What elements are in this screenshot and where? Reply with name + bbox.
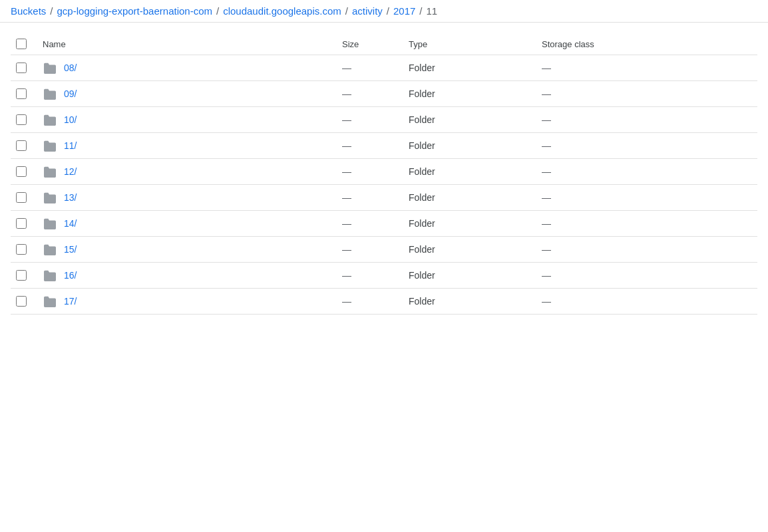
table-row: 09/ —Folder— bbox=[11, 81, 757, 107]
breadcrumb-link-2017[interactable]: 2017 bbox=[393, 5, 415, 17]
size-value: — bbox=[342, 140, 351, 151]
breadcrumb-link-buckets[interactable]: Buckets bbox=[11, 5, 46, 17]
row-checkbox-6[interactable] bbox=[16, 218, 27, 229]
folder-icon bbox=[43, 269, 57, 281]
storage-class-value: — bbox=[542, 270, 551, 281]
breadcrumb-separator: / bbox=[216, 5, 219, 17]
row-type-cell: Folder bbox=[403, 133, 536, 159]
row-type-cell: Folder bbox=[403, 107, 536, 133]
row-storage-class-cell: — bbox=[536, 263, 757, 289]
folder-link-5[interactable]: 13/ bbox=[64, 192, 77, 203]
row-size-cell: — bbox=[337, 133, 403, 159]
row-checkbox-cell bbox=[11, 185, 37, 211]
row-checkbox-8[interactable] bbox=[16, 270, 27, 281]
row-storage-class-cell: — bbox=[536, 289, 757, 315]
row-checkbox-cell bbox=[11, 159, 37, 185]
storage-class-value: — bbox=[542, 244, 551, 255]
row-checkbox-0[interactable] bbox=[16, 63, 27, 73]
table-row: 16/ —Folder— bbox=[11, 263, 757, 289]
breadcrumb-link-gcp-logging-export-baernation-com[interactable]: gcp-logging-export-baernation-com bbox=[57, 5, 212, 17]
folder-icon bbox=[43, 192, 57, 203]
breadcrumb-link-cloudaudit-googleapis-com[interactable]: cloudaudit.googleapis.com bbox=[223, 5, 341, 17]
row-storage-class-cell: — bbox=[536, 237, 757, 263]
table-row: 10/ —Folder— bbox=[11, 107, 757, 133]
row-checkbox-9[interactable] bbox=[16, 296, 27, 307]
file-browser-table: Name Size Type Storage class 08/ —Folder… bbox=[11, 33, 757, 315]
folder-link-1[interactable]: 09/ bbox=[64, 88, 77, 99]
breadcrumb-link-activity[interactable]: activity bbox=[352, 5, 383, 17]
row-type-cell: Folder bbox=[403, 289, 536, 315]
row-checkbox-cell bbox=[11, 263, 37, 289]
row-storage-class-cell: — bbox=[536, 185, 757, 211]
row-checkbox-3[interactable] bbox=[16, 140, 27, 151]
column-header-storage-class: Storage class bbox=[536, 33, 757, 55]
breadcrumb-separator: / bbox=[387, 5, 389, 17]
folder-link-6[interactable]: 14/ bbox=[64, 218, 77, 229]
column-header-type: Type bbox=[403, 33, 536, 55]
breadcrumb-separator: / bbox=[50, 5, 53, 17]
breadcrumb: Buckets / gcp-logging-export-baernation-… bbox=[0, 0, 768, 23]
folder-link-4[interactable]: 12/ bbox=[64, 166, 77, 177]
folder-link-3[interactable]: 11/ bbox=[64, 140, 77, 151]
folder-link-0[interactable]: 08/ bbox=[64, 63, 77, 73]
row-checkbox-5[interactable] bbox=[16, 192, 27, 203]
folder-link-8[interactable]: 16/ bbox=[64, 270, 77, 281]
row-type-cell: Folder bbox=[403, 263, 536, 289]
column-header-name: Name bbox=[37, 33, 337, 55]
storage-class-value: — bbox=[542, 114, 551, 125]
folder-icon bbox=[43, 140, 57, 152]
row-type-cell: Folder bbox=[403, 237, 536, 263]
folder-icon bbox=[43, 217, 57, 229]
size-value: — bbox=[342, 244, 351, 255]
row-checkbox-2[interactable] bbox=[16, 114, 27, 125]
size-value: — bbox=[342, 296, 351, 307]
row-name-cell: 12/ bbox=[37, 159, 337, 185]
row-name-cell: 10/ bbox=[37, 107, 337, 133]
row-size-cell: — bbox=[337, 81, 403, 107]
row-checkbox-4[interactable] bbox=[16, 166, 27, 177]
folder-icon bbox=[43, 114, 57, 126]
storage-class-value: — bbox=[542, 88, 551, 99]
folder-link-2[interactable]: 10/ bbox=[64, 114, 77, 125]
size-value: — bbox=[342, 270, 351, 281]
row-type-cell: Folder bbox=[403, 81, 536, 107]
row-size-cell: — bbox=[337, 107, 403, 133]
storage-class-value: — bbox=[542, 296, 551, 307]
file-browser-table-container: Name Size Type Storage class 08/ —Folder… bbox=[0, 23, 768, 315]
row-name-cell: 13/ bbox=[37, 185, 337, 211]
breadcrumb-separator: / bbox=[345, 5, 348, 17]
row-size-cell: — bbox=[337, 289, 403, 315]
select-all-checkbox[interactable] bbox=[16, 39, 27, 49]
row-storage-class-cell: — bbox=[536, 107, 757, 133]
column-header-size: Size bbox=[337, 33, 403, 55]
row-checkbox-1[interactable] bbox=[16, 88, 27, 99]
size-value: — bbox=[342, 88, 351, 99]
breadcrumb-current: 11 bbox=[427, 5, 438, 17]
row-name-cell: 17/ bbox=[37, 289, 337, 315]
size-value: — bbox=[342, 166, 351, 177]
select-all-header bbox=[11, 33, 37, 55]
table-header-row: Name Size Type Storage class bbox=[11, 33, 757, 55]
row-type-cell: Folder bbox=[403, 185, 536, 211]
row-checkbox-7[interactable] bbox=[16, 244, 27, 255]
row-checkbox-cell bbox=[11, 107, 37, 133]
folder-icon bbox=[43, 88, 57, 100]
storage-class-value: — bbox=[542, 63, 551, 73]
row-type-cell: Folder bbox=[403, 211, 536, 237]
row-storage-class-cell: — bbox=[536, 133, 757, 159]
table-row: 13/ —Folder— bbox=[11, 185, 757, 211]
row-storage-class-cell: — bbox=[536, 81, 757, 107]
breadcrumb-separator: / bbox=[419, 5, 422, 17]
size-value: — bbox=[342, 218, 351, 229]
row-checkbox-cell bbox=[11, 289, 37, 315]
table-body: 08/ —Folder— 09/ —Folder— 10/ — bbox=[11, 55, 757, 315]
folder-icon bbox=[43, 243, 57, 255]
storage-class-value: — bbox=[542, 140, 551, 151]
row-size-cell: — bbox=[337, 263, 403, 289]
folder-link-9[interactable]: 17/ bbox=[64, 296, 77, 307]
folder-link-7[interactable]: 15/ bbox=[64, 244, 77, 255]
table-row: 17/ —Folder— bbox=[11, 289, 757, 315]
size-value: — bbox=[342, 192, 351, 203]
folder-icon bbox=[43, 166, 57, 178]
table-row: 11/ —Folder— bbox=[11, 133, 757, 159]
